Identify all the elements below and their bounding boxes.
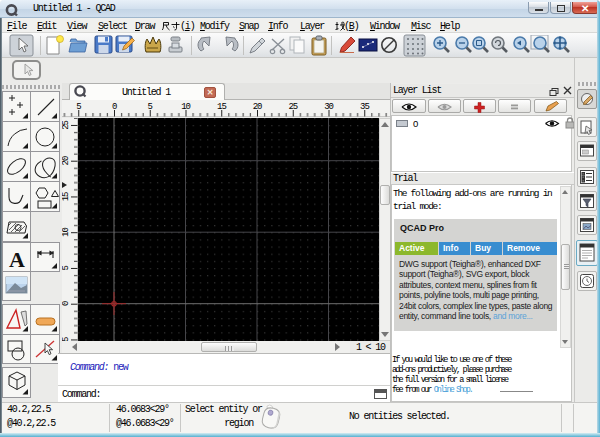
svg-text:5: 5 bbox=[62, 265, 71, 270]
svg-text:0: 0 bbox=[62, 301, 71, 306]
svg-text:15: 15 bbox=[62, 192, 71, 201]
svg-text:15: 15 bbox=[217, 102, 226, 112]
svg-text:20: 20 bbox=[62, 156, 71, 165]
svg-text:5: 5 bbox=[76, 102, 81, 112]
svg-text:10: 10 bbox=[181, 102, 190, 112]
svg-text:30: 30 bbox=[324, 102, 333, 112]
svg-text:A: A bbox=[9, 247, 25, 272]
svg-text:5: 5 bbox=[148, 102, 153, 112]
svg-text:0: 0 bbox=[112, 102, 117, 112]
svg-text:25: 25 bbox=[288, 102, 297, 112]
svg-text:25: 25 bbox=[62, 120, 71, 129]
svg-text:20: 20 bbox=[253, 102, 262, 112]
svg-text:10: 10 bbox=[62, 228, 71, 237]
svg-text:35: 35 bbox=[360, 102, 369, 112]
